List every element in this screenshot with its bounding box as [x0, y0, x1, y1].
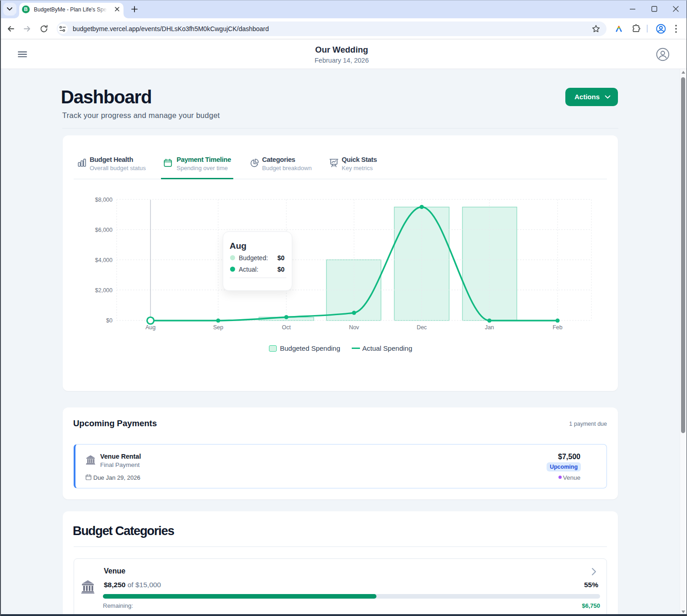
svg-text:$4,000: $4,000 [95, 257, 113, 263]
svg-text:Oct: Oct [282, 324, 291, 331]
svg-text:$6,000: $6,000 [95, 227, 113, 233]
svg-text:$0: $0 [106, 317, 113, 324]
svg-text:Nov: Nov [349, 324, 360, 331]
svg-text:Jan: Jan [485, 324, 494, 331]
svg-text:$2,000: $2,000 [95, 287, 113, 294]
svg-text:Feb: Feb [553, 324, 563, 331]
svg-text:Aug: Aug [145, 324, 156, 331]
svg-text:$8,000: $8,000 [95, 197, 113, 203]
svg-text:Sep: Sep [213, 324, 223, 331]
svg-text:Dec: Dec [417, 324, 427, 331]
